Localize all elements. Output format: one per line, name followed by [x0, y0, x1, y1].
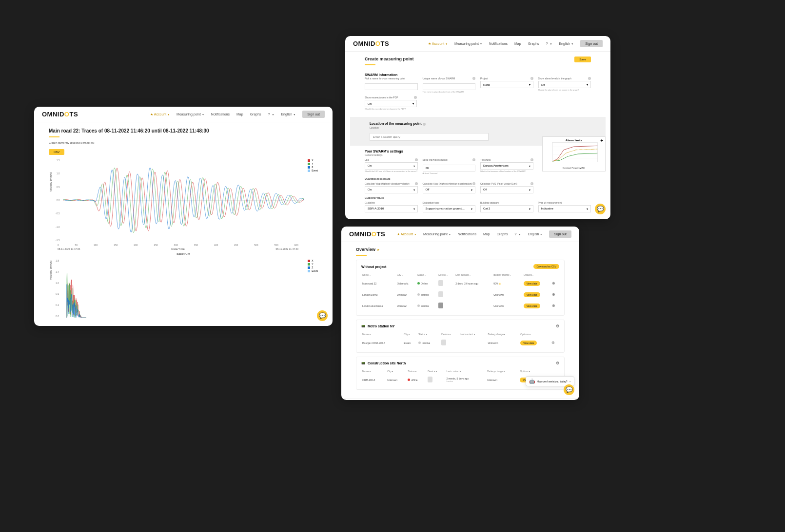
nav-graphs[interactable]: Graphs	[250, 113, 261, 116]
view-data-button[interactable]: View data	[520, 341, 537, 345]
nav-map[interactable]: Map	[514, 42, 521, 45]
view-data-button[interactable]: View data	[524, 304, 540, 308]
col-header[interactable]: Options ▾	[519, 331, 550, 337]
alarm-levels-select[interactable]: Off▾	[538, 81, 591, 88]
nav-help[interactable]: ? ▼	[546, 42, 552, 45]
nav-notifications[interactable]: Notifications	[489, 42, 508, 45]
nav-notifications[interactable]: Notifications	[211, 113, 230, 116]
close-icon[interactable]: ×	[569, 380, 571, 383]
col-header[interactable]: Last contact ▾	[454, 272, 492, 278]
col-header[interactable]: Name ▾	[361, 272, 396, 278]
cell-name: Hoergex ORM-100-X	[361, 337, 403, 348]
col-header[interactable]: City ▾	[396, 272, 416, 278]
gear-icon[interactable]: ⚙	[556, 324, 559, 328]
col-header[interactable]: City ▾	[386, 368, 407, 374]
nav-graphs[interactable]: Graphs	[497, 232, 508, 236]
cell-battery: Unknown	[492, 300, 522, 311]
project-card: Without projectDownload as CSVName ▾City…	[356, 260, 565, 316]
col-header[interactable]: Last contact ▾	[459, 331, 487, 337]
col-header[interactable]: City ▾	[403, 331, 417, 337]
building-select[interactable]: Cat 2▾	[480, 205, 533, 212]
nav-notifications[interactable]: Notifications	[458, 232, 476, 236]
signout-button[interactable]: Sign out	[302, 111, 325, 118]
led-select[interactable]: On▾	[365, 162, 418, 170]
nav-account[interactable]: ★ Account▼	[397, 232, 416, 236]
interval-input[interactable]	[423, 165, 476, 171]
nav-language[interactable]: English▼	[281, 113, 295, 116]
nav-account[interactable]: ★ Account▼	[150, 113, 170, 116]
guideline-select[interactable]: SBR-A:2010▾	[365, 205, 418, 212]
pvs-select[interactable]: Off▾	[480, 186, 533, 193]
measurement-select[interactable]: Indicative▾	[538, 205, 591, 212]
col-header[interactable]: Name ▾	[361, 368, 386, 374]
overview-window: OMNIDOTS ★ Account▼ Measuring point▼ Not…	[341, 227, 579, 400]
nav-language[interactable]: English▼	[528, 232, 542, 236]
add-icon[interactable]: ⊕	[552, 304, 555, 308]
col-header[interactable]: Status ▾	[407, 368, 427, 374]
col-header[interactable]: Battery charge ▾	[487, 331, 520, 337]
add-icon[interactable]: ⊕	[551, 341, 555, 345]
col-header[interactable]: Name ▾	[361, 331, 403, 337]
col-header[interactable]: Device ▾	[437, 272, 454, 278]
info-icon[interactable]: i	[472, 182, 475, 185]
col-header[interactable]: Battery charge ▾	[492, 272, 522, 278]
info-icon[interactable]: i	[423, 123, 426, 126]
nav-measuring-point[interactable]: Measuring point▼	[454, 42, 482, 45]
info-icon[interactable]: i	[415, 182, 418, 185]
unique-input[interactable]	[423, 83, 476, 90]
nav-graphs[interactable]: Graphs	[528, 42, 539, 45]
spectrum-svg	[63, 259, 304, 318]
chat-icon[interactable]: 💬	[595, 204, 606, 214]
col-header[interactable]: Last contact ▾	[445, 368, 486, 374]
nav-map[interactable]: Map	[483, 232, 490, 236]
col-header[interactable]: Options ▾	[523, 272, 551, 278]
signout-button[interactable]: Sign out	[580, 40, 603, 47]
nav-language[interactable]: English▼	[559, 42, 573, 45]
exceedances-select[interactable]: On▾	[365, 100, 417, 107]
save-button[interactable]: Save	[574, 57, 591, 62]
nav-map[interactable]: Map	[236, 113, 243, 116]
download-csv-button[interactable]: Download as CSV	[533, 264, 559, 269]
info-icon[interactable]: i	[415, 158, 418, 161]
nav-help[interactable]: ? ▼	[268, 113, 275, 116]
col-header[interactable]: Status ▾	[416, 272, 437, 278]
cell-battery: Unknown	[486, 374, 519, 385]
name-input[interactable]	[365, 83, 418, 90]
info-icon[interactable]: i	[414, 96, 417, 99]
add-icon[interactable]: ⊕	[552, 281, 555, 285]
location-search[interactable]	[370, 133, 489, 141]
header: OMNIDOTS ★ Account▼ Measuring point▼ Not…	[345, 36, 610, 52]
evaluation-select[interactable]: Support construction ground...▾	[423, 205, 476, 212]
project-select[interactable]: None▾	[480, 81, 533, 88]
cell-name: ORM-100-Z	[361, 374, 386, 385]
nav-account[interactable]: ★ Account▼	[428, 42, 448, 46]
field-label: Evaluation type	[423, 201, 439, 204]
csv-button[interactable]: CSV	[49, 149, 64, 155]
nav-measuring-point[interactable]: Measuring point▼	[423, 232, 451, 236]
add-icon[interactable]: ⊕	[552, 292, 555, 297]
chat-icon[interactable]: 💬	[564, 384, 574, 395]
col-header[interactable]: Battery charge ▾	[486, 368, 519, 374]
col-header[interactable]: Device ▾	[427, 368, 445, 374]
col-header[interactable]: Device ▾	[440, 331, 459, 337]
info-icon[interactable]: i	[472, 158, 475, 161]
col-header[interactable]: Status ▾	[417, 331, 440, 337]
vtop-select[interactable]: On▾	[365, 186, 418, 193]
view-data-button[interactable]: View data	[524, 292, 540, 297]
info-icon[interactable]: i	[530, 158, 533, 161]
atop-select[interactable]: Off▾	[423, 186, 476, 193]
gear-icon[interactable]: ⚙	[556, 361, 559, 365]
view-data-button[interactable]: View data	[524, 281, 540, 286]
cell-status: Inactive	[416, 289, 437, 300]
nav-help[interactable]: ? ▼	[515, 232, 521, 236]
info-icon[interactable]: i	[530, 182, 533, 185]
info-icon[interactable]: i	[588, 77, 591, 80]
signout-button[interactable]: Sign out	[549, 230, 571, 238]
col-header[interactable]: Options ▾	[519, 368, 550, 374]
info-icon[interactable]: i	[472, 77, 475, 80]
expand-icon[interactable]: +	[600, 138, 603, 143]
nav-measuring-point[interactable]: Measuring point▼	[177, 113, 204, 116]
chat-icon[interactable]: 💬	[317, 310, 328, 321]
timezone-select[interactable]: Europe/Amsterdam▾	[480, 162, 533, 170]
info-icon[interactable]: i	[530, 77, 533, 80]
